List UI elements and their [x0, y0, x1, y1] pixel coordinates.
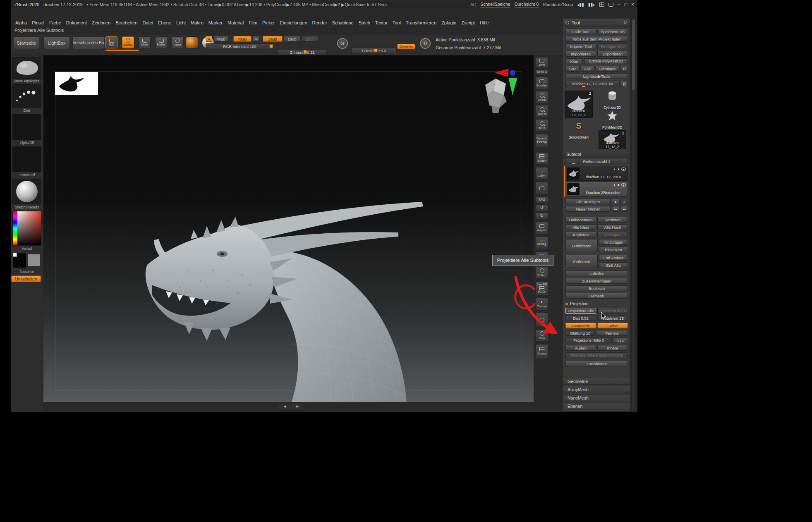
menu-picker[interactable]: Picker	[260, 20, 278, 25]
material-slot[interactable]	[12, 179, 41, 204]
tool-panel-header[interactable]: Tool ↻	[563, 19, 630, 27]
menu-pinsel[interactable]: Pinsel	[29, 20, 47, 25]
menu-bearbeiten[interactable]: Bearbeiten	[113, 20, 140, 25]
menu-einstellungen[interactable]: Einstellungen	[278, 20, 310, 25]
subtool-2-fill-icon[interactable]: ●	[618, 183, 620, 187]
export-button[interactable]: Exportieren	[597, 51, 628, 57]
xyz-symmetry-button[interactable]: XYZ	[536, 197, 548, 203]
copy-tool-button[interactable]: Kopiere Tool	[565, 43, 596, 49]
menu-dokument[interactable]: Dokument	[64, 20, 89, 25]
zadd-toggle[interactable]: Zadd	[263, 36, 283, 42]
smoothing-slider[interactable]: Glättung 10	[565, 330, 595, 336]
all-low-button[interactable]: Alle Klein	[565, 224, 596, 230]
z-intensity-knob[interactable]	[303, 50, 307, 54]
subtool-item-2[interactable]: ◐ ● Drachen ZRemesher	[565, 182, 628, 196]
tool-slot-polymesh[interactable]: PolyMesh3D	[599, 110, 626, 129]
project-geometry-toggle[interactable]: Geometrie	[565, 323, 596, 328]
shell-xyz-toggle[interactable]: x y z	[613, 338, 628, 343]
goz-r-button[interactable]: R	[621, 66, 628, 72]
load-tool-button[interactable]: Lade Tool	[565, 29, 596, 34]
rotate-3d-button[interactable]: Rotier.	[536, 266, 548, 279]
project-color-toggle[interactable]: Farbe	[597, 323, 628, 328]
doc-icon[interactable]	[608, 3, 613, 7]
canvas-nav-right-icon[interactable]: ▶	[296, 405, 299, 408]
density-dial[interactable]: D	[420, 38, 431, 49]
panel-refresh-icon[interactable]: ↻	[623, 20, 627, 25]
main-color-swatch[interactable]	[12, 252, 26, 268]
menu-zplugin[interactable]: Zplugin	[439, 20, 459, 25]
projection-history-button[interactable]: Projektion der H	[597, 308, 628, 314]
subtool-2-paint-icon[interactable]: ◐	[613, 183, 616, 187]
make-polymesh3d-button[interactable]: Erstelle PolyMesh3D	[584, 58, 628, 64]
local-transform-button[interactable]	[536, 182, 548, 194]
zcut-toggle[interactable]: Zcut	[302, 36, 318, 42]
boolean-button[interactable]: Boolesch	[565, 285, 628, 291]
panel-scrollbar-thumb[interactable]	[632, 19, 635, 90]
subtool-1-fill-icon[interactable]: ●	[618, 167, 620, 171]
goz-all-button[interactable]: Alle	[581, 66, 594, 72]
menu-licht[interactable]: Licht	[174, 20, 188, 25]
project-higher-subdiv-button[interactable]: Projiziere Höhere SubDiv Unterte	[565, 352, 628, 358]
subtool-1-paint-icon[interactable]: ◐	[613, 167, 616, 171]
split-button[interactable]: Aufteilen	[565, 271, 628, 276]
local-symmetry-button[interactable]: ↔ L.Sym	[536, 167, 548, 180]
alpha-slot[interactable]	[12, 114, 41, 140]
move-subtool-up-button[interactable]: ▲	[612, 199, 619, 204]
rotate-cw-button[interactable]: ↻	[536, 213, 548, 219]
scroll-button[interactable]: Scrollen	[536, 77, 548, 89]
tool-slot-cylinder[interactable]: Cylinder3D	[599, 91, 626, 110]
auto-masking-toggle[interactable]: A	[206, 36, 212, 42]
save-as-button[interactable]: Speichern als	[597, 29, 628, 34]
menu-tool[interactable]: Tool	[390, 20, 403, 25]
rgb-intensity-knob[interactable]	[269, 44, 273, 48]
transparency-button[interactable]: ◐ Transp	[536, 298, 548, 310]
bpr-button[interactable]: BPR	[536, 57, 548, 68]
tool-grid-icon[interactable]	[599, 2, 604, 7]
merge-button[interactable]: Zusammenfügen	[565, 278, 628, 284]
edit-button[interactable]: Edit	[105, 36, 117, 48]
project-all-button[interactable]: Projektiere Alle	[565, 308, 596, 314]
menu-strich[interactable]: Strich	[356, 20, 373, 25]
row-count-slider[interactable]: Reihenanzahl 2	[565, 159, 628, 164]
zsub-toggle[interactable]: Zsub	[284, 36, 300, 42]
menu-schablone[interactable]: Schablone	[330, 20, 356, 25]
farthest-toggle[interactable]: Fernste	[596, 330, 628, 336]
move-subtool-up2-button[interactable]: ▲	[620, 199, 628, 204]
dist-slider[interactable]: Dist 0.02	[565, 315, 596, 321]
rgb-intensity-slider[interactable]: RGB Intensität 100	[206, 43, 274, 49]
move-into-folder-button[interactable]: ↪	[612, 206, 619, 212]
lightbox-tools-button[interactable]: Lightbox▶Tools	[565, 73, 628, 79]
solo-button[interactable]: Solo	[536, 329, 548, 342]
clone-button[interactable]: Klon	[565, 58, 583, 64]
zoom-button[interactable]: Zoom	[536, 91, 548, 103]
mean-slider[interactable]: Mittelwert 25	[597, 315, 628, 321]
projection-header[interactable]: Projektion	[570, 302, 588, 306]
subtool-2-eye-icon[interactable]	[621, 183, 626, 187]
menu-farbe[interactable]: Farbe	[47, 20, 64, 25]
focal-shift-knob[interactable]	[374, 48, 378, 53]
subtool-header[interactable]: Subtool	[563, 151, 630, 158]
menu-zeichnen[interactable]: Zeichnen	[89, 20, 113, 25]
copy-subtool-button[interactable]: Kopieren	[565, 232, 596, 237]
section-nanomesh[interactable]: NanoMesh	[563, 394, 630, 401]
vcr-play-icon[interactable]: ▮▮▸	[588, 2, 595, 7]
current-stroke-thumbnail[interactable]	[12, 84, 41, 108]
startseite-button[interactable]: Startseite	[14, 36, 39, 49]
nav-gizmo[interactable]	[485, 69, 517, 113]
menu-datei[interactable]: Datei	[140, 20, 156, 25]
menu-zscript[interactable]: Zscript	[459, 20, 477, 25]
sv-square[interactable]	[17, 211, 41, 245]
menu-transformieren[interactable]: Transformieren	[403, 20, 439, 25]
stroke-dial[interactable]: S	[337, 38, 348, 49]
menu-marker[interactable]: Marker	[206, 20, 225, 25]
switch-color-button[interactable]: Umschalten	[11, 275, 41, 282]
menu-ebene[interactable]: Ebene	[156, 20, 174, 25]
rgb-toggle[interactable]: RGB	[233, 36, 252, 42]
paste-subtool-button[interactable]: Einfügen	[597, 232, 628, 237]
menu-material[interactable]: Material	[225, 20, 246, 25]
append-button[interactable]: Hinzufügen	[599, 239, 628, 245]
scale-button[interactable]: Skalier.	[155, 36, 167, 48]
subtool-item-1[interactable]: ◐ ● drachen 17_12_2019	[565, 166, 628, 181]
secondary-color-swatch[interactable]	[28, 254, 40, 266]
window-minimize-button[interactable]: –	[618, 2, 620, 7]
